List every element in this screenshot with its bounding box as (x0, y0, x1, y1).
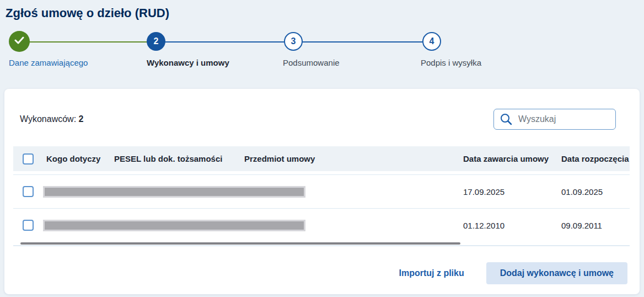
wykonawcy-count-label: Wykonawców: (20, 114, 76, 124)
search-input[interactable] (517, 114, 610, 125)
table-header-row: Kogo dotyczy PESEL lub dok. tożsamości P… (13, 146, 630, 171)
wykonawcy-count: Wykonawców: 2 (20, 114, 83, 124)
step-3-label: Podsumowanie (283, 58, 340, 67)
data-zawarcia-value: 01.12.2010 (460, 221, 558, 230)
data-rozpoczecia-value: 01.09.2025 (558, 187, 630, 197)
row-checkbox[interactable] (23, 220, 34, 231)
step-number: 2 (154, 36, 159, 46)
table-row: 17.09.2025 01.09.2025 (13, 174, 630, 208)
stepper-connector-completed (19, 41, 156, 43)
step-4-label: Podpis i wysyłka (421, 58, 481, 67)
search-icon (500, 113, 513, 126)
col-header-data-rozpoczecia: Data rozpoczęcia (558, 154, 630, 163)
redacted-data-bar (43, 186, 305, 198)
row-checkbox[interactable] (23, 186, 34, 197)
step-number: 3 (291, 36, 296, 46)
stepper-connector (293, 41, 432, 43)
step-2-label: Wykonawcy i umowy (147, 58, 229, 67)
page-title: Zgłoś umowę o dzieło (RUD) (6, 6, 640, 21)
step-1-label[interactable]: Dane zamawiającego (9, 58, 88, 67)
scrollbar-thumb[interactable] (20, 242, 460, 245)
step-4-indicator: 4 (422, 32, 441, 51)
scrollbar-track (13, 245, 630, 246)
import-from-file-link[interactable]: Importuj z pliku (399, 268, 464, 278)
panel-actions: Importuj z pliku Dodaj wykonawcę i umowę (13, 262, 631, 284)
data-rozpoczecia-value: 09.09.2011 (558, 221, 630, 230)
wizard-stepper: 2 3 4 Dane zamawiającego Wykonawcy i umo… (4, 31, 640, 82)
row-checkbox-cell (13, 186, 43, 197)
search-box[interactable] (493, 109, 616, 130)
step-1-indicator[interactable] (9, 31, 30, 52)
col-header-przedmiot-umowy: Przedmiot umowy (241, 154, 460, 163)
wykonawcy-panel: Wykonawców: 2 Kogo dotyczy PESEL lub dok… (4, 89, 640, 294)
col-header-kogo-dotyczy: Kogo dotyczy (43, 154, 111, 163)
col-header-pesel: PESEL lub dok. tożsamości (111, 154, 241, 163)
header-checkbox-cell (13, 153, 43, 165)
umowy-table: Kogo dotyczy PESEL lub dok. tożsamości P… (13, 146, 630, 247)
check-icon (14, 36, 24, 46)
row-checkbox-cell (13, 220, 43, 231)
add-wykonawca-button[interactable]: Dodaj wykonawcę i umowę (486, 262, 627, 284)
wykonawcy-count-value: 2 (79, 114, 84, 124)
select-all-checkbox[interactable] (23, 153, 34, 165)
col-header-data-zawarcia: Data zawarcia umowy (460, 154, 558, 163)
step-number: 4 (430, 36, 434, 46)
step-2-indicator: 2 (147, 32, 165, 51)
panel-toolbar: Wykonawców: 2 (13, 109, 631, 130)
row-identity-cell (43, 186, 460, 198)
redacted-data-bar (43, 220, 305, 231)
stepper-connector (156, 41, 293, 43)
data-zawarcia-value: 17.09.2025 (460, 187, 558, 197)
rud-form-page: Zgłoś umowę o dzieło (RUD) 2 3 4 Dane za… (0, 6, 644, 294)
table-row: 01.12.2010 09.09.2011 (13, 208, 630, 242)
horizontal-scrollbar (13, 242, 630, 247)
row-identity-cell (43, 220, 460, 231)
step-3-indicator: 3 (284, 32, 303, 51)
